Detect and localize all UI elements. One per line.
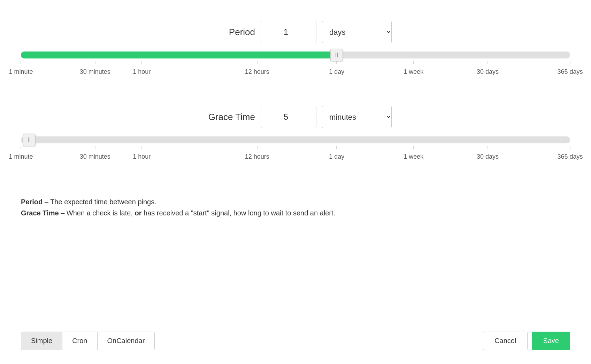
period-slider-section: 1 minute 30 minutes 1 hour 12 hours 1 da… xyxy=(21,52,570,78)
grace-tick-label-0: 1 minute xyxy=(9,153,33,160)
description-line-2: Grace Time – When a check is late, or ha… xyxy=(21,207,570,219)
grace-thumb-line-1 xyxy=(28,137,29,142)
tab-simple[interactable]: Simple xyxy=(21,332,62,350)
period-tick-labels: 1 minute 30 minutes 1 hour 12 hours 1 da… xyxy=(21,68,570,78)
grace-tick-marks xyxy=(21,146,570,152)
tick-label-5: 1 week xyxy=(404,68,423,76)
action-buttons: Cancel Save xyxy=(483,332,570,350)
cancel-button[interactable]: Cancel xyxy=(483,332,528,350)
period-slider-track[interactable] xyxy=(21,52,570,58)
schedule-type-tabs: Simple Cron OnCalendar xyxy=(21,332,155,350)
tick-mark-0 xyxy=(21,61,21,64)
grace-tick-mark-5 xyxy=(413,146,414,149)
grace-tick-label-4: 1 day xyxy=(329,153,344,160)
grace-time-row: Grace Time minutes hours days xyxy=(21,106,570,128)
tab-cron[interactable]: Cron xyxy=(62,332,97,350)
grace-tick-mark-0 xyxy=(21,146,21,149)
grace-tick-mark-1 xyxy=(95,146,95,149)
tick-mark-7 xyxy=(570,61,570,64)
grace-tick-label-1: 30 minutes xyxy=(80,153,110,160)
tick-label-1: 30 minutes xyxy=(80,68,110,76)
grace-tick-label-7: 365 days xyxy=(557,153,583,160)
description-line-1: Period – The expected time between pings… xyxy=(21,196,570,207)
grace-slider-section: 1 minute 30 minutes 1 hour 12 hours 1 da… xyxy=(21,136,570,163)
tick-mark-5 xyxy=(413,61,414,64)
grace-slider-container: 1 minute 30 minutes 1 hour 12 hours 1 da… xyxy=(21,136,570,163)
grace-thumb-line-2 xyxy=(30,137,30,142)
grace-tick-labels: 1 minute 30 minutes 1 hour 12 hours 1 da… xyxy=(21,153,570,163)
period-thumb-line-2 xyxy=(337,53,338,57)
period-tick-marks xyxy=(21,61,570,67)
grace-tick-mark-4 xyxy=(337,146,337,149)
tick-mark-3 xyxy=(257,61,257,64)
grace-time-label: Grace Time xyxy=(199,112,255,122)
grace-thumb-lines xyxy=(28,137,30,142)
tick-mark-1 xyxy=(95,61,95,64)
grace-desc-or: or xyxy=(135,209,141,217)
period-desc-rest: – The expected time between pings. xyxy=(43,198,156,206)
tick-label-0: 1 minute xyxy=(9,68,33,76)
grace-tick-mark-7 xyxy=(570,146,570,149)
grace-time-number-input[interactable] xyxy=(261,106,316,128)
grace-tick-label-5: 1 week xyxy=(404,153,423,160)
grace-desc-mid: – When a check is late, xyxy=(59,209,135,217)
grace-tick-label-3: 12 hours xyxy=(245,153,269,160)
tick-label-7: 365 days xyxy=(557,68,583,76)
grace-slider-thumb[interactable] xyxy=(23,134,36,146)
grace-desc-bold: Grace Time xyxy=(21,209,59,217)
bottom-bar: Simple Cron OnCalendar Cancel Save xyxy=(21,326,570,350)
save-button[interactable]: Save xyxy=(532,332,570,350)
period-thumb-lines xyxy=(336,53,338,57)
period-slider-container: 1 minute 30 minutes 1 hour 12 hours 1 da… xyxy=(21,52,570,78)
tick-label-2: 1 hour xyxy=(133,68,151,76)
grace-slider-track[interactable] xyxy=(21,136,570,143)
tick-label-6: 30 days xyxy=(477,68,499,76)
grace-desc-rest: has received a "start" signal, how long … xyxy=(141,209,335,217)
grace-tick-mark-2 xyxy=(141,146,142,149)
period-thumb-line-1 xyxy=(336,53,336,57)
description-section: Period – The expected time between pings… xyxy=(21,196,570,219)
tick-label-3: 12 hours xyxy=(245,68,269,76)
period-label: Period xyxy=(199,27,255,38)
period-unit-select[interactable]: days minutes hours weeks xyxy=(322,21,392,43)
period-number-input[interactable] xyxy=(261,21,316,43)
period-desc-bold: Period xyxy=(21,198,43,206)
period-slider-fill xyxy=(21,52,337,58)
grace-tick-label-2: 1 hour xyxy=(133,153,151,160)
grace-tick-mark-6 xyxy=(488,146,488,149)
grace-tick-label-6: 30 days xyxy=(477,153,499,160)
period-slider-thumb[interactable] xyxy=(330,49,343,61)
tab-oncalendar[interactable]: OnCalendar xyxy=(98,332,155,350)
tick-mark-6 xyxy=(488,61,488,64)
grace-tick-mark-3 xyxy=(257,146,257,149)
tick-mark-4 xyxy=(337,61,337,64)
tick-mark-2 xyxy=(141,61,142,64)
grace-time-unit-select[interactable]: minutes hours days xyxy=(322,106,392,128)
tick-label-4: 1 day xyxy=(329,68,344,76)
period-row: Period days minutes hours weeks xyxy=(21,21,570,43)
main-content: Period days minutes hours weeks xyxy=(21,14,570,350)
